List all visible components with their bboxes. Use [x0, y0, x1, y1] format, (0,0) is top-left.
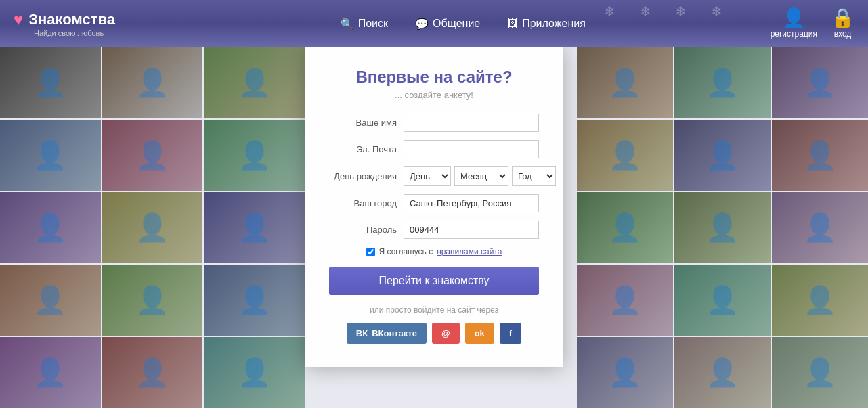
register-icon: 👤 — [782, 9, 806, 28]
photo-item: 👤 — [674, 337, 771, 408]
photo-item: 👤 — [577, 192, 673, 263]
mail-icon: @ — [441, 328, 450, 338]
password-input[interactable] — [404, 221, 539, 239]
city-row: Ваш город — [329, 194, 539, 212]
photo-item: 👤 — [577, 337, 673, 408]
photo-item: 👤 — [204, 265, 305, 336]
birthday-row: День рождения День Месяц Год — [329, 166, 539, 186]
birthday-selects: День Месяц Год — [404, 166, 556, 186]
photo-item: 👤 — [0, 192, 101, 263]
photo-item: 👤 — [0, 120, 101, 191]
heart-icon: ♥ — [14, 10, 23, 29]
city-label: Ваш город — [329, 198, 404, 208]
password-label: Пароль — [329, 225, 404, 235]
photo-item: 👤 — [772, 47, 868, 118]
right-photo-grid: 👤 👤 👤 👤 👤 👤 👤 👤 👤 👤 👤 👤 👤 👤 👤 — [577, 47, 868, 408]
form-subtitle: ... создайте анкету! — [329, 90, 539, 100]
photo-item: 👤 — [102, 120, 203, 191]
logo-title[interactable]: ♥ Знакомства — [14, 10, 115, 29]
city-input[interactable] — [404, 194, 539, 212]
main-content: 👤 👤 👤 👤 👤 👤 👤 👤 👤 👤 👤 👤 👤 👤 👤 👤 👤 👤 👤 👤 … — [0, 47, 868, 408]
header-decorations: ❄ ❄ ❄ ❄ — [604, 3, 733, 20]
agree-text: Я соглашусь с — [379, 247, 433, 256]
login-button[interactable]: 🔒 вход — [831, 9, 854, 39]
photo-item: 👤 — [772, 265, 868, 336]
header-right: 👤 регистрация 🔒 вход — [771, 9, 854, 39]
photo-item: 👤 — [204, 192, 305, 263]
photo-item: 👤 — [102, 265, 203, 336]
register-button[interactable]: 👤 регистрация — [771, 9, 817, 39]
email-label: Эл. Почта — [329, 144, 404, 154]
logo-area: ♥ Знакомства Найди свою любовь — [14, 10, 115, 37]
photo-item: 👤 — [772, 337, 868, 408]
ok-icon: ok — [475, 328, 485, 338]
lock-icon: 🔒 — [831, 9, 854, 28]
photo-item: 👤 — [102, 47, 203, 118]
photo-item: 👤 — [772, 120, 868, 191]
form-title: Впервые на сайте? — [329, 68, 539, 87]
photo-item: 👤 — [204, 337, 305, 408]
fb-button[interactable]: f — [500, 323, 521, 344]
photo-item: 👤 — [204, 47, 305, 118]
chat-icon: 💬 — [415, 18, 429, 30]
photo-item: 👤 — [577, 265, 673, 336]
photo-item: 👤 — [0, 265, 101, 336]
password-row: Пароль — [329, 221, 539, 239]
photo-item: 👤 — [577, 47, 673, 118]
nav-search[interactable]: 🔍 Поиск — [341, 18, 388, 30]
or-text: или просто войдите на сайт через — [329, 305, 539, 315]
birthday-month-select[interactable]: Месяц — [454, 166, 508, 186]
registration-form: Впервые на сайте? ... создайте анкету! В… — [305, 47, 563, 367]
photo-item: 👤 — [674, 47, 771, 118]
name-label: Ваше имя — [329, 118, 404, 128]
nav-apps[interactable]: 🖼 Приложения — [507, 18, 586, 30]
logo-subtitle: Найди свою любовь — [34, 29, 104, 37]
email-row: Эл. Почта — [329, 140, 539, 158]
name-input[interactable] — [404, 114, 539, 132]
site-header: ❄ ❄ ❄ ❄ ♥ Знакомства Найди свою любовь 🔍… — [0, 0, 868, 47]
mail-button[interactable]: @ — [432, 323, 460, 344]
social-buttons: ВК ВКонтакте @ ok f — [329, 323, 539, 347]
photo-item: 👤 — [674, 265, 771, 336]
photo-item: 👤 — [102, 192, 203, 263]
email-input[interactable] — [404, 140, 539, 158]
agree-checkbox[interactable] — [366, 248, 375, 256]
photo-item: 👤 — [674, 120, 771, 191]
birthday-label: День рождения — [329, 171, 404, 181]
nav-chat[interactable]: 💬 Общение — [415, 18, 480, 30]
birthday-year-select[interactable]: Год — [512, 166, 556, 186]
vk-icon: ВК — [356, 328, 368, 338]
fb-icon: f — [509, 328, 512, 338]
photo-item: 👤 — [102, 337, 203, 408]
apps-icon: 🖼 — [507, 18, 518, 30]
photo-item: 👤 — [204, 120, 305, 191]
photo-item: 👤 — [0, 337, 101, 408]
name-row: Ваше имя — [329, 114, 539, 132]
submit-button[interactable]: Перейти к знакомству — [329, 267, 539, 295]
ok-button[interactable]: ok — [465, 323, 494, 344]
photo-item: 👤 — [0, 47, 101, 118]
photo-item: 👤 — [674, 192, 771, 263]
photo-item: 👤 — [772, 192, 868, 263]
photo-item: 👤 — [577, 120, 673, 191]
birthday-day-select[interactable]: День — [404, 166, 451, 186]
left-photo-grid: 👤 👤 👤 👤 👤 👤 👤 👤 👤 👤 👤 👤 👤 👤 👤 — [0, 47, 305, 408]
agree-link[interactable]: правилами сайта — [437, 247, 502, 256]
vk-button[interactable]: ВК ВКонтакте — [347, 323, 427, 344]
agree-row: Я соглашусь с правилами сайта — [329, 247, 539, 256]
search-icon: 🔍 — [341, 18, 354, 30]
